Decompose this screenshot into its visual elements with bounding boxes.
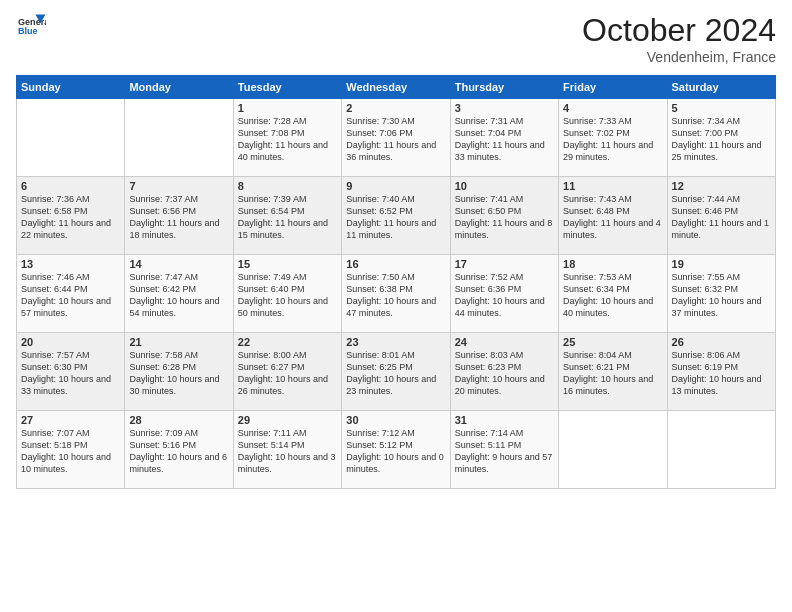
daylight-text: Daylight: 11 hours and 1 minute. bbox=[672, 218, 770, 240]
calendar-cell: 12 Sunrise: 7:44 AM Sunset: 6:46 PM Dayl… bbox=[667, 177, 775, 255]
sunset-text: Sunset: 7:06 PM bbox=[346, 128, 413, 138]
svg-text:Blue: Blue bbox=[18, 26, 38, 36]
sunrise-text: Sunrise: 7:30 AM bbox=[346, 116, 415, 126]
sunset-text: Sunset: 6:21 PM bbox=[563, 362, 630, 372]
daylight-text: Daylight: 11 hours and 40 minutes. bbox=[238, 140, 328, 162]
sunset-text: Sunset: 6:58 PM bbox=[21, 206, 88, 216]
calendar-table: SundayMondayTuesdayWednesdayThursdayFrid… bbox=[16, 75, 776, 489]
day-info: Sunrise: 7:47 AM Sunset: 6:42 PM Dayligh… bbox=[129, 271, 228, 320]
day-info: Sunrise: 8:00 AM Sunset: 6:27 PM Dayligh… bbox=[238, 349, 337, 398]
day-info: Sunrise: 7:34 AM Sunset: 7:00 PM Dayligh… bbox=[672, 115, 771, 164]
day-header-sunday: Sunday bbox=[17, 76, 125, 99]
daylight-text: Daylight: 10 hours and 57 minutes. bbox=[21, 296, 111, 318]
sunrise-text: Sunrise: 7:33 AM bbox=[563, 116, 632, 126]
week-row-4: 20 Sunrise: 7:57 AM Sunset: 6:30 PM Dayl… bbox=[17, 333, 776, 411]
daylight-text: Daylight: 10 hours and 33 minutes. bbox=[21, 374, 111, 396]
day-info: Sunrise: 7:43 AM Sunset: 6:48 PM Dayligh… bbox=[563, 193, 662, 242]
day-info: Sunrise: 8:01 AM Sunset: 6:25 PM Dayligh… bbox=[346, 349, 445, 398]
calendar-cell: 6 Sunrise: 7:36 AM Sunset: 6:58 PM Dayli… bbox=[17, 177, 125, 255]
day-info: Sunrise: 7:52 AM Sunset: 6:36 PM Dayligh… bbox=[455, 271, 554, 320]
sunset-text: Sunset: 6:28 PM bbox=[129, 362, 196, 372]
day-number: 1 bbox=[238, 102, 337, 114]
sunset-text: Sunset: 6:34 PM bbox=[563, 284, 630, 294]
day-info: Sunrise: 7:12 AM Sunset: 5:12 PM Dayligh… bbox=[346, 427, 445, 476]
day-number: 5 bbox=[672, 102, 771, 114]
sunset-text: Sunset: 5:16 PM bbox=[129, 440, 196, 450]
sunset-text: Sunset: 6:42 PM bbox=[129, 284, 196, 294]
sunrise-text: Sunrise: 7:09 AM bbox=[129, 428, 198, 438]
sunrise-text: Sunrise: 8:06 AM bbox=[672, 350, 741, 360]
day-number: 28 bbox=[129, 414, 228, 426]
day-info: Sunrise: 7:53 AM Sunset: 6:34 PM Dayligh… bbox=[563, 271, 662, 320]
calendar-cell: 1 Sunrise: 7:28 AM Sunset: 7:08 PM Dayli… bbox=[233, 99, 341, 177]
sunset-text: Sunset: 5:12 PM bbox=[346, 440, 413, 450]
calendar-cell: 10 Sunrise: 7:41 AM Sunset: 6:50 PM Dayl… bbox=[450, 177, 558, 255]
week-row-2: 6 Sunrise: 7:36 AM Sunset: 6:58 PM Dayli… bbox=[17, 177, 776, 255]
day-header-monday: Monday bbox=[125, 76, 233, 99]
calendar-cell: 20 Sunrise: 7:57 AM Sunset: 6:30 PM Dayl… bbox=[17, 333, 125, 411]
sunrise-text: Sunrise: 7:34 AM bbox=[672, 116, 741, 126]
day-info: Sunrise: 7:30 AM Sunset: 7:06 PM Dayligh… bbox=[346, 115, 445, 164]
daylight-text: Daylight: 10 hours and 30 minutes. bbox=[129, 374, 219, 396]
day-info: Sunrise: 7:39 AM Sunset: 6:54 PM Dayligh… bbox=[238, 193, 337, 242]
sunrise-text: Sunrise: 8:00 AM bbox=[238, 350, 307, 360]
day-info: Sunrise: 7:28 AM Sunset: 7:08 PM Dayligh… bbox=[238, 115, 337, 164]
calendar-cell bbox=[559, 411, 667, 489]
day-info: Sunrise: 8:03 AM Sunset: 6:23 PM Dayligh… bbox=[455, 349, 554, 398]
day-info: Sunrise: 7:46 AM Sunset: 6:44 PM Dayligh… bbox=[21, 271, 120, 320]
daylight-text: Daylight: 10 hours and 10 minutes. bbox=[21, 452, 111, 474]
day-number: 11 bbox=[563, 180, 662, 192]
sunset-text: Sunset: 6:40 PM bbox=[238, 284, 305, 294]
logo: General Blue bbox=[16, 12, 46, 44]
day-header-thursday: Thursday bbox=[450, 76, 558, 99]
sunrise-text: Sunrise: 7:46 AM bbox=[21, 272, 90, 282]
calendar-cell: 14 Sunrise: 7:47 AM Sunset: 6:42 PM Dayl… bbox=[125, 255, 233, 333]
day-number: 13 bbox=[21, 258, 120, 270]
calendar-cell: 25 Sunrise: 8:04 AM Sunset: 6:21 PM Dayl… bbox=[559, 333, 667, 411]
sunrise-text: Sunrise: 7:39 AM bbox=[238, 194, 307, 204]
day-number: 29 bbox=[238, 414, 337, 426]
day-number: 9 bbox=[346, 180, 445, 192]
daylight-text: Daylight: 11 hours and 22 minutes. bbox=[21, 218, 111, 240]
title-block: October 2024 Vendenheim, France bbox=[582, 12, 776, 65]
sunset-text: Sunset: 6:19 PM bbox=[672, 362, 739, 372]
day-number: 4 bbox=[563, 102, 662, 114]
calendar-cell: 31 Sunrise: 7:14 AM Sunset: 5:11 PM Dayl… bbox=[450, 411, 558, 489]
day-info: Sunrise: 7:37 AM Sunset: 6:56 PM Dayligh… bbox=[129, 193, 228, 242]
daylight-text: Daylight: 10 hours and 20 minutes. bbox=[455, 374, 545, 396]
calendar-cell: 4 Sunrise: 7:33 AM Sunset: 7:02 PM Dayli… bbox=[559, 99, 667, 177]
calendar-cell: 22 Sunrise: 8:00 AM Sunset: 6:27 PM Dayl… bbox=[233, 333, 341, 411]
sunset-text: Sunset: 6:38 PM bbox=[346, 284, 413, 294]
day-info: Sunrise: 7:09 AM Sunset: 5:16 PM Dayligh… bbox=[129, 427, 228, 476]
daylight-text: Daylight: 11 hours and 33 minutes. bbox=[455, 140, 545, 162]
week-row-5: 27 Sunrise: 7:07 AM Sunset: 5:18 PM Dayl… bbox=[17, 411, 776, 489]
daylight-text: Daylight: 10 hours and 40 minutes. bbox=[563, 296, 653, 318]
daylight-text: Daylight: 10 hours and 13 minutes. bbox=[672, 374, 762, 396]
sunset-text: Sunset: 7:02 PM bbox=[563, 128, 630, 138]
sunrise-text: Sunrise: 7:49 AM bbox=[238, 272, 307, 282]
calendar-cell: 27 Sunrise: 7:07 AM Sunset: 5:18 PM Dayl… bbox=[17, 411, 125, 489]
day-number: 18 bbox=[563, 258, 662, 270]
week-row-3: 13 Sunrise: 7:46 AM Sunset: 6:44 PM Dayl… bbox=[17, 255, 776, 333]
sunset-text: Sunset: 6:27 PM bbox=[238, 362, 305, 372]
day-number: 19 bbox=[672, 258, 771, 270]
day-info: Sunrise: 7:55 AM Sunset: 6:32 PM Dayligh… bbox=[672, 271, 771, 320]
day-info: Sunrise: 7:41 AM Sunset: 6:50 PM Dayligh… bbox=[455, 193, 554, 242]
day-info: Sunrise: 7:44 AM Sunset: 6:46 PM Dayligh… bbox=[672, 193, 771, 242]
daylight-text: Daylight: 10 hours and 23 minutes. bbox=[346, 374, 436, 396]
day-info: Sunrise: 7:36 AM Sunset: 6:58 PM Dayligh… bbox=[21, 193, 120, 242]
calendar-cell: 5 Sunrise: 7:34 AM Sunset: 7:00 PM Dayli… bbox=[667, 99, 775, 177]
daylight-text: Daylight: 10 hours and 16 minutes. bbox=[563, 374, 653, 396]
daylight-text: Daylight: 11 hours and 15 minutes. bbox=[238, 218, 328, 240]
week-row-1: 1 Sunrise: 7:28 AM Sunset: 7:08 PM Dayli… bbox=[17, 99, 776, 177]
day-info: Sunrise: 7:14 AM Sunset: 5:11 PM Dayligh… bbox=[455, 427, 554, 476]
sunrise-text: Sunrise: 7:43 AM bbox=[563, 194, 632, 204]
sunset-text: Sunset: 6:50 PM bbox=[455, 206, 522, 216]
sunrise-text: Sunrise: 7:52 AM bbox=[455, 272, 524, 282]
day-number: 22 bbox=[238, 336, 337, 348]
sunrise-text: Sunrise: 7:53 AM bbox=[563, 272, 632, 282]
sunset-text: Sunset: 7:04 PM bbox=[455, 128, 522, 138]
calendar-cell: 7 Sunrise: 7:37 AM Sunset: 6:56 PM Dayli… bbox=[125, 177, 233, 255]
day-number: 24 bbox=[455, 336, 554, 348]
day-info: Sunrise: 7:33 AM Sunset: 7:02 PM Dayligh… bbox=[563, 115, 662, 164]
